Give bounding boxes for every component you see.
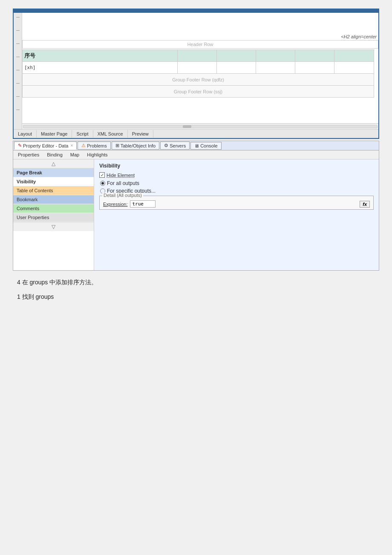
property-editor-panel: ✎ Property Editor - Data × ⚠ Problems ⊞ … xyxy=(13,141,379,271)
tab-console[interactable]: 🖥 Console xyxy=(190,142,221,150)
table-cell-xh: [xh] xyxy=(23,62,178,74)
scroll-track[interactable] xyxy=(23,125,378,128)
tab-table-object-info[interactable]: ⊞ Table/Object Info xyxy=(112,142,160,150)
prop-sidebar-up-arrow: △ xyxy=(13,159,94,168)
expression-label: Expression: xyxy=(103,202,127,207)
ruler-tick xyxy=(16,17,20,17)
servers-label: Servers xyxy=(170,143,186,148)
horizontal-scrollbar[interactable] xyxy=(22,123,378,129)
console-icon: 🖥 xyxy=(194,143,199,148)
up-arrow-icon: △ xyxy=(52,161,55,167)
sidebar-item-visibility[interactable]: Visibility xyxy=(13,177,94,186)
ide-main: <H2 align=center Header Row 序号 xyxy=(22,13,378,129)
header-row-bar: Header Row xyxy=(22,40,378,49)
ruler-tick xyxy=(16,83,20,84)
subtab-properties[interactable]: Properties xyxy=(14,151,43,159)
left-ruler xyxy=(14,13,22,129)
hide-element-checkbox[interactable]: ✓ xyxy=(99,172,105,178)
sidebar-item-comments[interactable]: Comments xyxy=(13,204,94,213)
table-info-icon: ⊞ xyxy=(115,143,119,148)
down-arrow-icon: ▽ xyxy=(52,224,55,230)
tab-property-editor-data[interactable]: ✎ Property Editor - Data × xyxy=(14,142,77,150)
sidebar-item-user-properties[interactable]: User Properties xyxy=(13,213,94,222)
prop-editor-tabs: ✎ Property Editor - Data × ⚠ Problems ⊞ … xyxy=(13,141,379,150)
table-cell-empty xyxy=(177,50,216,62)
ruler-tick xyxy=(16,110,20,110)
sidebar-item-bookmark[interactable]: Bookmark xyxy=(13,195,94,204)
ruler-tick xyxy=(16,70,20,70)
fx-button[interactable]: fx xyxy=(360,201,370,208)
table-container: 序号 [xh] xyxy=(22,49,374,98)
ruler-tick xyxy=(16,30,20,31)
group-footer-row-qdfz: Group Footer Row (qdfz) xyxy=(23,74,374,86)
scroll-thumb[interactable] xyxy=(183,125,191,128)
table-row: [xh] xyxy=(23,62,374,74)
table-row-footer2: Group Footer Row (ssj) xyxy=(23,86,374,98)
problems-label: Problems xyxy=(87,143,107,148)
subtab-highlights[interactable]: Highlights xyxy=(83,151,111,159)
group-footer-row-ssj: Group Footer Row (ssj) xyxy=(23,86,374,98)
hide-element-row: ✓ Hide Element xyxy=(99,172,374,178)
table-info-label: Table/Object Info xyxy=(121,143,156,148)
table-row: 序号 xyxy=(23,50,374,62)
tab-layout[interactable]: Layout xyxy=(14,130,37,138)
table-cell-data xyxy=(334,62,374,74)
table-cell-data xyxy=(177,62,216,74)
detail-group-title: Detail (All outputs) xyxy=(102,193,143,198)
expression-row: Expression: fx xyxy=(103,198,370,208)
servers-icon: ⚙ xyxy=(164,143,168,148)
ruler-tick xyxy=(16,43,20,44)
table-cell-data xyxy=(256,62,295,74)
sidebar-item-table-of-contents[interactable]: Table of Contents xyxy=(13,186,94,195)
prop-editor-close[interactable]: × xyxy=(70,143,73,148)
h2-align-row: <H2 align=center xyxy=(22,34,378,40)
prop-editor-icon: ✎ xyxy=(18,143,22,148)
tab-xml-source[interactable]: XML Source xyxy=(93,130,128,138)
subtab-map[interactable]: Map xyxy=(66,151,83,159)
ide-window: <H2 align=center Header Row 序号 xyxy=(13,9,379,139)
prop-content: △ Page Break Visibility Table of Content… xyxy=(13,159,379,270)
table-cell-empty xyxy=(256,50,295,62)
editor-table: 序号 [xh] xyxy=(22,49,374,98)
radio-for-all-row: For all outputs xyxy=(99,180,374,186)
ruler-tick xyxy=(16,57,20,57)
h2-align-label: <H2 align=center xyxy=(341,34,377,39)
radio-for-all-inputs[interactable] xyxy=(100,181,105,186)
table-row-footer1: Group Footer Row (qdfz) xyxy=(23,74,374,86)
subtab-binding[interactable]: Binding xyxy=(43,151,66,159)
ruler-tick xyxy=(16,96,20,97)
tab-problems[interactable]: ⚠ Problems xyxy=(78,142,110,150)
tab-script[interactable]: Script xyxy=(72,130,93,138)
tab-servers[interactable]: ⚙ Servers xyxy=(160,142,190,150)
ide-body: <H2 align=center Header Row 序号 xyxy=(14,13,378,129)
prop-sidebar: △ Page Break Visibility Table of Content… xyxy=(13,159,94,270)
tab-master-page[interactable]: Master Page xyxy=(37,130,72,138)
prop-editor-subtabs: Properties Binding Map Highlights xyxy=(13,150,379,159)
detail-group: Detail (All outputs) Expression: fx xyxy=(99,196,374,210)
ide-top-bar xyxy=(14,9,378,13)
console-label: Console xyxy=(200,143,217,148)
prop-visibility-panel: Visibility ✓ Hide Element For all output… xyxy=(94,159,379,270)
expression-input[interactable] xyxy=(130,200,156,208)
table-cell-data xyxy=(216,62,256,74)
table-cell-data xyxy=(295,62,334,74)
instruction-line-1: 4 在 groups 中添加排序方法。 xyxy=(17,278,375,287)
instructions-area: 4 在 groups 中添加排序方法。 1 找到 groups xyxy=(13,278,379,302)
radio-for-all-label: For all outputs xyxy=(107,180,139,186)
visibility-section-title: Visibility xyxy=(99,163,374,169)
problems-icon: ⚠ xyxy=(81,143,86,148)
prop-sidebar-down-arrow: ▽ xyxy=(13,222,94,231)
canvas-empty-space xyxy=(22,98,378,123)
table-cell-header: 序号 xyxy=(23,50,178,62)
instruction-line-2: 1 找到 groups xyxy=(17,292,375,301)
sidebar-item-page-break[interactable]: Page Break xyxy=(13,168,94,177)
table-cell-empty xyxy=(295,50,334,62)
tab-preview[interactable]: Preview xyxy=(128,130,153,138)
table-cell-empty xyxy=(216,50,256,62)
prop-editor-data-label: Property Editor - Data xyxy=(23,143,68,148)
hide-element-label: Hide Element xyxy=(107,173,135,178)
editor-tab-bar: Layout Master Page Script XML Source Pre… xyxy=(14,129,378,138)
table-cell-empty xyxy=(334,50,374,62)
